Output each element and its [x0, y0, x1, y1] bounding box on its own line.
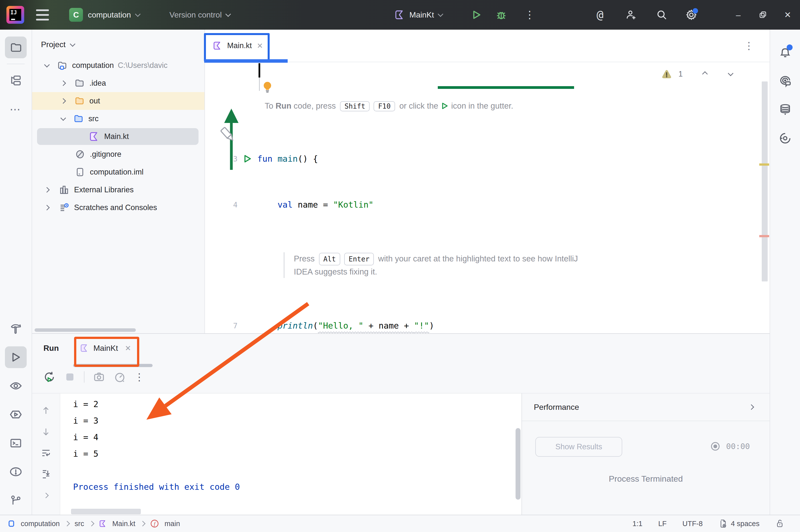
toolwindow-terminal-button[interactable] [5, 432, 27, 454]
tab-close-icon[interactable]: ✕ [257, 41, 263, 50]
database-toolwindow-button[interactable] [774, 99, 796, 120]
profiler-capture-button[interactable] [114, 371, 126, 383]
run-tab-label: MainKt [93, 344, 118, 353]
tab-close-icon[interactable]: ✕ [125, 344, 131, 353]
toolwindow-run-button[interactable] [5, 346, 27, 368]
code-area[interactable]: To Run code, press ShiftF10 or click the… [206, 62, 769, 333]
editor-tab-bar: Main.kt ✕ ⋮ [206, 30, 769, 62]
project-horizontal-scrollbar[interactable] [35, 328, 136, 332]
console-vertical-scrollbar[interactable] [516, 428, 520, 500]
run-tab-mainkt[interactable]: MainKt ✕ [80, 344, 131, 353]
encoding-widget[interactable]: UTF-8 [683, 520, 703, 528]
tree-row-src[interactable]: src [32, 110, 205, 128]
run-console[interactable]: i = 2 i = 3 i = 4 i = 5 Process finished… [32, 393, 521, 516]
editor-scrollbar[interactable] [762, 81, 768, 281]
chevron-right-icon [44, 205, 50, 211]
up-stack-trace-button[interactable] [41, 400, 51, 421]
code-with-me-button[interactable] [622, 6, 640, 23]
editor-tab-label: Main.kt [227, 41, 252, 50]
console-horizontal-scrollbar[interactable] [71, 509, 141, 514]
lock-widget[interactable] [775, 519, 784, 528]
expand-console-toolbar-button[interactable] [44, 485, 48, 506]
console-line: i = 4 [73, 429, 521, 445]
breadcrumb-file[interactable]: Main.kt [112, 520, 135, 528]
search-everywhere-button[interactable] [653, 6, 670, 23]
ai-assistant-toolwindow-button[interactable] [774, 70, 796, 92]
chevron-down-icon [60, 115, 66, 121]
breadcrumb-project[interactable]: computation [21, 520, 60, 528]
toolwindow-build-button[interactable] [5, 318, 27, 339]
chevron-down-icon [438, 11, 443, 17]
vcs-widget[interactable]: Version control [169, 11, 230, 19]
tree-row-gitignore[interactable]: .gitignore [32, 146, 205, 163]
main-menu-icon[interactable] [36, 10, 49, 20]
kbd-f10: F10 [374, 101, 395, 111]
toolwindow-problems-button[interactable] [5, 461, 27, 482]
performance-header[interactable]: Performance [522, 394, 769, 421]
hammer-icon [9, 322, 22, 335]
indent-widget[interactable]: 4 spaces [719, 519, 760, 529]
run-toolwindow: Run MainKt ✕ ⋮ [32, 333, 769, 515]
breadcrumb-function[interactable]: main [165, 520, 180, 528]
settings-notification-badge [692, 8, 698, 14]
tree-row-scratches[interactable]: Scratches and Consoles [32, 199, 205, 216]
show-results-button[interactable]: Show Results [535, 437, 622, 457]
tree-row-main-kt[interactable]: Main.kt [32, 128, 205, 146]
kotlin-file-icon [213, 41, 222, 50]
down-stack-trace-button[interactable] [41, 421, 51, 442]
notifications-button[interactable] [774, 41, 796, 63]
toolwindow-project-button[interactable] [5, 37, 27, 58]
toolwindow-more-button[interactable]: ⋯ [5, 98, 27, 120]
settings-button[interactable] [683, 6, 700, 23]
project-panel-header[interactable]: Project [32, 30, 205, 57]
project-widget-label: computation [88, 11, 131, 19]
caret-position-widget[interactable]: 1:1 [633, 520, 643, 528]
tree-row-idea[interactable]: .idea [32, 74, 205, 92]
toolwindow-structure-button[interactable] [5, 70, 27, 91]
run-configuration-widget[interactable]: MainKt [395, 0, 442, 30]
editor-tab-options-button[interactable]: ⋮ [744, 30, 754, 62]
gradle-toolwindow-button[interactable] [774, 127, 796, 149]
console-output[interactable]: i = 2 i = 3 i = 4 i = 5 Process finished… [60, 394, 521, 516]
tree-row-computation-iml[interactable]: computation.iml [32, 163, 205, 181]
scroll-to-end-button[interactable] [40, 463, 51, 485]
tree-row-computation[interactable]: computation C:\Users\davic [32, 57, 205, 74]
record-icon [710, 441, 721, 452]
ai-assistant-button[interactable]: @ [591, 6, 609, 23]
module-icon [7, 519, 15, 528]
more-actions-button[interactable]: ⋮ [521, 6, 538, 23]
project-widget[interactable]: C computation [69, 8, 140, 22]
line-ending-widget[interactable]: LF [658, 520, 667, 528]
capture-snapshot-button[interactable] [93, 371, 105, 383]
restore-button[interactable] [750, 0, 775, 30]
project-panel: Project computation C:\Users\davic .idea… [32, 30, 205, 333]
tree-label: Main.kt [104, 132, 129, 141]
run-more-button[interactable]: ⋮ [134, 371, 144, 383]
close-button[interactable]: ✕ [775, 0, 800, 30]
stop-button[interactable] [64, 371, 76, 383]
toolwindow-profiler-button[interactable] [5, 404, 27, 425]
intention-lightbulb-icon[interactable] [261, 80, 273, 94]
file-icon [75, 167, 85, 177]
profiling-timer: 00:00 [710, 441, 750, 452]
debug-button[interactable] [493, 6, 510, 23]
chevron-right-icon [64, 521, 70, 527]
editor-tab-main-kt[interactable]: Main.kt ✕ [206, 30, 269, 62]
run-gutter-icon[interactable] [243, 154, 252, 164]
minimize-button[interactable]: – [726, 0, 750, 30]
chevron-right-icon [60, 98, 66, 104]
tree-row-external-libraries[interactable]: External Libraries [32, 181, 205, 199]
run-button[interactable] [468, 6, 485, 23]
tree-row-out[interactable]: out [32, 92, 205, 110]
rerun-button[interactable] [43, 370, 56, 383]
kotlin-file-icon [80, 344, 89, 353]
soft-wrap-button[interactable] [40, 442, 51, 463]
eye-icon [9, 379, 22, 393]
file-settings-icon [719, 519, 727, 529]
run-hint-text: To Run code, press ShiftF10 or click the… [265, 101, 513, 111]
intellij-logo-icon: IJ [6, 6, 24, 24]
status-bar: computation src Main.kt f main 1:1 LF UT… [0, 515, 800, 532]
breadcrumb-src[interactable]: src [75, 520, 84, 528]
toolwindow-services-button[interactable] [5, 375, 27, 397]
toolwindow-vcs-button[interactable] [5, 490, 27, 511]
